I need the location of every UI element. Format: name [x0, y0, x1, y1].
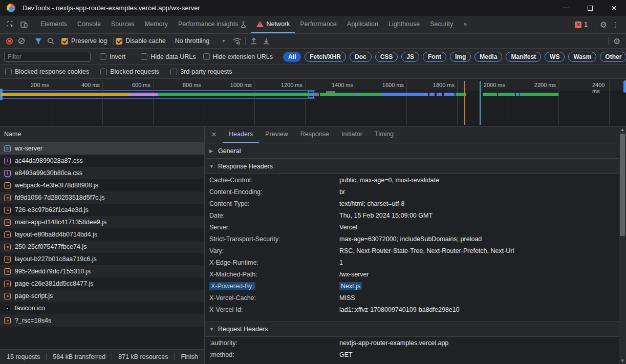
request-name: fd9d1056-7d280253518d5f7c.js [15, 194, 105, 201]
network-overview-timeline[interactable]: 200 ms400 ms600 ms800 ms1000 ms1200 ms14… [0, 79, 626, 126]
close-details-icon[interactable]: × [205, 126, 223, 143]
error-count[interactable]: 1 [584, 21, 588, 28]
hide-data-urls-checkbox[interactable] [141, 53, 147, 60]
tab-lighthouse[interactable]: Lighthouse [383, 16, 425, 33]
request-row[interactable]: webpack-4e3fe3f78d8ff908.js [0, 179, 204, 191]
third-party-requests-checkbox[interactable] [170, 69, 177, 75]
tab-console[interactable]: Console [72, 16, 106, 33]
maximize-button[interactable] [578, 0, 602, 16]
tab-memory[interactable]: Memory [140, 16, 173, 33]
js-file-icon [4, 317, 11, 324]
more-tabs-button[interactable]: » [458, 16, 472, 33]
import-har-icon[interactable] [248, 35, 260, 47]
device-toolbar-icon[interactable] [17, 18, 31, 31]
hide-extension-urls-checkbox[interactable] [203, 53, 210, 60]
tab-label: » [463, 20, 467, 28]
tab-performance-insights[interactable]: Performance insights [173, 16, 251, 33]
timeline-tick-label: 600 ms [132, 82, 153, 88]
disable-cache-checkbox[interactable] [116, 38, 122, 45]
name-column-header[interactable]: Name [0, 126, 204, 142]
request-row[interactable]: 995-2dedd79dc7155310.js [0, 265, 204, 277]
timeline-gridline [52, 80, 52, 125]
request-row[interactable]: ?_rsc=18s4s [0, 314, 204, 327]
network-conditions-icon[interactable] [231, 35, 243, 47]
details-tab-timing[interactable]: Timing [369, 126, 400, 143]
throttling-caret-icon[interactable]: ▼ [222, 39, 226, 44]
details-tab-preview[interactable]: Preview [259, 126, 294, 143]
throttling-select[interactable]: No throttling [175, 37, 209, 45]
tab-performance[interactable]: Performance [295, 16, 342, 33]
hide-data-urls-label[interactable]: Hide data URLs [150, 53, 196, 60]
filter-input[interactable] [4, 52, 91, 62]
third-party-requests-label[interactable]: 3rd-party requests [180, 68, 232, 75]
filter-chip-ws[interactable]: WS [545, 52, 565, 62]
waterfall-segment [322, 93, 355, 96]
invert-label[interactable]: Invert [110, 53, 125, 60]
js-file-icon [4, 207, 11, 213]
inspect-element-icon[interactable] [4, 18, 17, 31]
minimize-button[interactable] [554, 0, 578, 16]
filter-chip-js[interactable]: JS [401, 52, 419, 62]
error-badge-icon[interactable]: ✕ [575, 22, 581, 28]
filter-icon[interactable] [32, 35, 45, 47]
header-row: Content-Encoding:br [205, 186, 619, 198]
request-row[interactable]: 250-25cf075477fbce74.js [0, 241, 204, 253]
filter-chip-wasm[interactable]: Wasm [568, 52, 596, 62]
filter-chip-manifest[interactable]: Manifest [506, 52, 541, 62]
header-row: :authority:nextjs-app-router-examples.ve… [205, 337, 619, 349]
scrollbar-thumb[interactable] [620, 134, 625, 236]
blocked-requests-checkbox[interactable] [100, 69, 107, 75]
request-row[interactable]: ac44da9899028a87.css [0, 155, 204, 167]
filter-chip-media[interactable]: Media [474, 52, 502, 62]
preserve-log-checkbox[interactable] [61, 38, 68, 45]
hide-extension-urls-label[interactable]: Hide extension URLs [213, 53, 273, 60]
network-settings-gear-icon[interactable]: ⚙ [611, 36, 623, 46]
disable-cache-label[interactable]: Disable cache [125, 37, 166, 45]
record-network-log-button[interactable] [3, 35, 15, 47]
request-row[interactable]: fd9d1056-7d280253518d5f7c.js [0, 191, 204, 204]
invert-checkbox[interactable] [100, 53, 106, 60]
clear-network-log-button[interactable] [15, 35, 28, 47]
scroll-down-icon[interactable]: ▼ [619, 357, 626, 364]
request-row[interactable]: 726-e3c97b62f1ca4e3d.js [0, 204, 204, 216]
kebab-menu-icon[interactable]: ⋮ [610, 20, 622, 29]
request-row[interactable]: wx-server [0, 142, 204, 155]
filter-chip-all[interactable]: All [283, 52, 301, 62]
response-headers-section-header[interactable]: ▼ Response Headers [205, 159, 619, 174]
request-row[interactable]: main-app-d148c4171358dee9.js [0, 216, 204, 228]
search-icon[interactable] [45, 35, 57, 47]
header-name: X-Edge-Runtime: [209, 259, 339, 266]
request-row[interactable]: layout-e80ba8d4b0714bd4.js [0, 228, 204, 241]
timeline-right-edge-handle[interactable] [623, 80, 626, 93]
details-scrollbar[interactable]: ▲ ▼ [619, 126, 626, 364]
filter-chip-css[interactable]: CSS [375, 52, 398, 62]
filter-chip-font[interactable]: Font [423, 52, 446, 62]
blocked-requests-label[interactable]: Blocked requests [110, 68, 159, 75]
filter-chip-other[interactable]: Other [600, 52, 626, 62]
details-tab-headers[interactable]: Headers [223, 126, 259, 143]
details-tab-response[interactable]: Response [294, 126, 335, 143]
export-har-icon[interactable] [260, 35, 272, 47]
settings-gear-icon[interactable]: ⚙ [597, 20, 610, 30]
general-section-header[interactable]: ▶ General [205, 143, 619, 159]
details-tab-initiator[interactable]: Initiator [335, 126, 369, 143]
close-button[interactable]: × [602, 0, 626, 16]
request-row[interactable]: page-script.js [0, 290, 204, 302]
tab-network[interactable]: Network [251, 16, 295, 33]
request-row[interactable]: layout-b227b01c8aa719c6.js [0, 253, 204, 265]
filter-chip-img[interactable]: Img [450, 52, 471, 62]
request-headers-section-header[interactable]: ▼ Request Headers [205, 322, 619, 337]
filter-chip-fetchxhr[interactable]: Fetch/XHR [305, 52, 346, 62]
tab-sources[interactable]: Sources [106, 16, 140, 33]
request-row[interactable]: page-c26e381dd5cc8477.js [0, 277, 204, 290]
blocked-response-cookies-label[interactable]: Blocked response cookies [15, 68, 89, 75]
request-row[interactable]: e8493a99c30b80ca.css [0, 167, 204, 179]
scroll-up-icon[interactable]: ▲ [619, 126, 626, 133]
blocked-response-cookies-checkbox[interactable] [5, 69, 12, 75]
tab-application[interactable]: Application [342, 16, 383, 33]
tab-elements[interactable]: Elements [35, 16, 72, 33]
tab-security[interactable]: Security [425, 16, 458, 33]
request-row[interactable]: favicon.ico [0, 302, 204, 314]
filter-chip-doc[interactable]: Doc [350, 52, 372, 62]
preserve-log-label[interactable]: Preserve log [71, 37, 107, 45]
